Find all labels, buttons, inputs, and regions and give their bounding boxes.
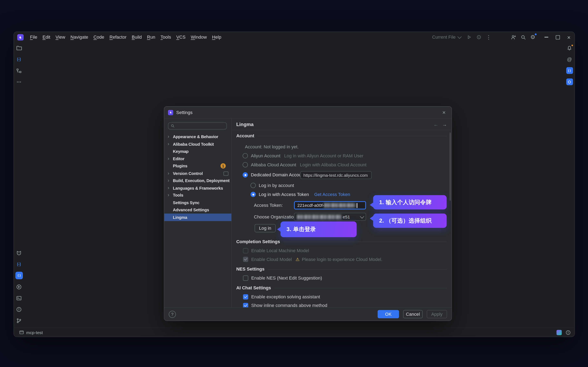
tree-item-alibaba-cloud-toolkit[interactable]: ›Alibaba Cloud Toolkit xyxy=(164,140,231,148)
titlebar-right-cluster: Current File ⋮ ⚙ xyxy=(432,32,574,42)
log-in-button[interactable]: Log in xyxy=(255,224,276,232)
menu-tools[interactable]: Tools xyxy=(158,32,174,42)
settings-dialog: Settings × ›Appearance & Behavior ›Aliba… xyxy=(164,106,452,321)
dialog-app-icon xyxy=(168,110,173,115)
problems-icon[interactable] xyxy=(14,304,24,315)
search-everywhere-icon[interactable] xyxy=(518,32,528,42)
menu-edit[interactable]: Edit xyxy=(40,32,53,42)
account-status-text: Account: Not logged in yet. xyxy=(245,144,298,149)
settings-gear-icon[interactable]: ⚙ xyxy=(528,32,538,42)
lingma-status-icon[interactable] xyxy=(556,330,562,335)
menu-code[interactable]: Code xyxy=(91,32,107,42)
notifications-bell-icon[interactable] xyxy=(564,42,574,54)
checkbox-row-enable-nes[interactable]: Enable NES (Next Edit Suggestion) xyxy=(243,275,322,281)
tongyi-assistant-icon[interactable] xyxy=(14,247,24,259)
apply-button[interactable]: Apply xyxy=(427,310,447,318)
checkbox-row-exception-assistant[interactable]: Enable exception solving assistant xyxy=(243,294,320,300)
lingma-app-icon xyxy=(17,34,24,40)
close-button[interactable]: × xyxy=(563,32,574,42)
back-arrow-icon[interactable]: ← xyxy=(434,121,438,127)
radio-row-login-by-account[interactable]: Log in by account xyxy=(250,183,294,188)
radio-row-alibaba-cloud-account[interactable]: Alibaba Cloud Account Login with Alibaba… xyxy=(242,162,366,167)
settings-search-input[interactable] xyxy=(168,122,227,130)
get-access-token-link[interactable]: Get Access Token xyxy=(314,192,350,197)
tree-item-build-execution[interactable]: ›Build, Execution, Deployment xyxy=(164,177,231,184)
status-bar: mcp-test xyxy=(14,328,574,337)
version-control-indicator-icon xyxy=(224,171,228,175)
status-problems-icon[interactable] xyxy=(565,330,571,335)
completion-section-heading: Completion Settings xyxy=(236,239,446,244)
tree-item-languages-frameworks[interactable]: ›Languages & Frameworks xyxy=(164,184,231,192)
more-actions-icon[interactable]: ⋮ xyxy=(484,32,493,42)
lingma-commit-icon[interactable] xyxy=(14,54,24,65)
dedicated-domain-url-input[interactable]: https://lingma-test.rdc.aliyuncs.com xyxy=(300,171,371,179)
search-icon xyxy=(171,124,175,128)
ai-assistant-icon[interactable]: @ xyxy=(564,54,574,65)
menu-navigate[interactable]: Navigate xyxy=(68,32,91,42)
minimize-button[interactable] xyxy=(541,32,552,42)
lingma-chat-icon-active[interactable] xyxy=(14,270,24,281)
settings-page-lingma: Account Account: Not logged in yet. Aliy… xyxy=(232,130,451,307)
menu-help[interactable]: Help xyxy=(209,32,224,42)
checkbox-checked-disabled-icon xyxy=(243,257,248,262)
menu-refactor[interactable]: Refactor xyxy=(107,32,129,42)
access-token-redacted xyxy=(324,203,355,208)
terminal-icon[interactable] xyxy=(14,292,24,304)
tree-item-advanced-settings[interactable]: Advanced Settings xyxy=(164,206,231,214)
structure-icon[interactable] xyxy=(14,65,24,76)
scrollbar-thumb[interactable] xyxy=(450,133,451,201)
access-token-input[interactable]: 221ecdf-a00f- xyxy=(294,201,366,209)
tree-item-tools[interactable]: ›Tools xyxy=(164,192,231,199)
tree-item-settings-sync[interactable]: Settings Sync xyxy=(164,199,231,206)
tree-item-lingma[interactable]: Lingma xyxy=(164,214,231,221)
profiler-icon[interactable] xyxy=(474,32,484,42)
checkbox-checked-icon xyxy=(243,294,248,300)
menu-vcs[interactable]: VCS xyxy=(174,32,188,42)
menu-view[interactable]: View xyxy=(53,32,68,42)
maximize-button[interactable] xyxy=(552,32,563,42)
git-branch-icon[interactable] xyxy=(14,315,24,326)
forward-arrow-icon[interactable]: → xyxy=(442,121,447,127)
radio-row-dedicated-domain[interactable]: Dedicated Domain Account xyxy=(242,172,305,178)
callout-tail xyxy=(277,227,281,232)
tree-item-keymap[interactable]: Keymap xyxy=(164,148,231,155)
lingma-chat-panel-icon[interactable] xyxy=(564,65,574,76)
organization-dropdown[interactable]: e51 xyxy=(294,213,366,221)
lingma-tool-icon[interactable] xyxy=(14,259,24,270)
ok-button[interactable]: OK xyxy=(378,310,399,318)
tree-item-plugins[interactable]: Plugins1 xyxy=(164,162,231,170)
menu-build[interactable]: Build xyxy=(129,32,144,42)
project-folder-icon[interactable] xyxy=(14,42,24,54)
cancel-button[interactable]: Cancel xyxy=(403,310,423,318)
tree-item-appearance[interactable]: ›Appearance & Behavior xyxy=(164,133,231,140)
run-tool-window-icon[interactable] xyxy=(14,281,24,292)
run-button[interactable] xyxy=(464,32,474,42)
radio-unselected-icon xyxy=(242,153,248,158)
radio-row-aliyun-account[interactable]: Aliyun Account Log in with Aliyun Accoun… xyxy=(242,153,363,158)
ide-window: File Edit View Navigate Code Refactor Bu… xyxy=(14,32,575,337)
code-with-me-icon[interactable] xyxy=(508,32,518,42)
menu-file[interactable]: File xyxy=(27,32,40,42)
help-button[interactable]: ? xyxy=(169,311,176,318)
chevron-right-icon: › xyxy=(168,192,169,198)
menu-window[interactable]: Window xyxy=(188,32,209,42)
menu-run[interactable]: Run xyxy=(144,32,158,42)
more-tool-windows-icon[interactable] xyxy=(14,76,24,87)
radio-row-login-with-token[interactable]: Log in with Access Token Get Access Toke… xyxy=(250,192,350,197)
tree-item-editor[interactable]: ›Editor xyxy=(164,155,231,163)
access-token-label: Access Token: xyxy=(254,203,283,208)
checkbox-unchecked-icon xyxy=(243,275,248,281)
dialog-close-icon[interactable]: × xyxy=(440,109,448,116)
run-configuration-selector[interactable]: Current File xyxy=(432,34,460,40)
tree-item-version-control[interactable]: ›Version Control xyxy=(164,170,231,177)
page-title: Lingma xyxy=(236,121,254,127)
checkbox-row-cloud-model[interactable]: Enable Cloud Model ⚠ Please login to exp… xyxy=(243,257,382,262)
project-widget[interactable]: mcp-test xyxy=(19,330,43,335)
account-section-heading: Account xyxy=(236,133,446,139)
checkbox-row-local-model[interactable]: Enable Local Machine Model xyxy=(243,248,309,253)
checkbox-row-inline-commands[interactable]: Show inline commands above method xyxy=(243,303,327,307)
access-token-visible-value: 221ecdf-a00f- xyxy=(298,203,324,208)
lingma-secondary-panel-icon[interactable] xyxy=(564,76,574,87)
chevron-right-icon: › xyxy=(168,178,169,183)
chevron-right-icon: › xyxy=(168,156,169,161)
